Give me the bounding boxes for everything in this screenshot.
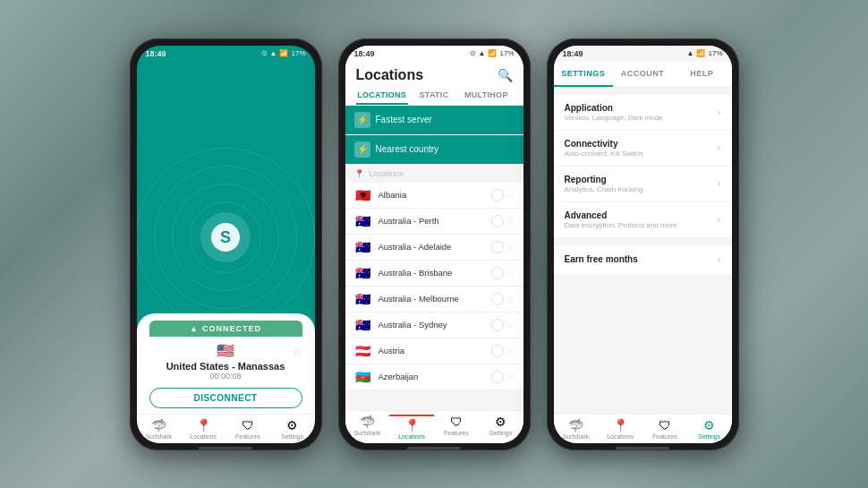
settings-reporting[interactable]: Reporting Analytics, Crash tracking › [554,167,732,202]
earn-months-chevron: › [718,253,721,266]
advanced-sub: Data encryption, Protocol and more [565,221,718,229]
flag-austria: 🇦🇹 [354,345,372,357]
connected-label: CONNECTED [202,324,261,333]
settings-icon-3: ⚙ [703,418,715,432]
au-perth-connect[interactable] [491,215,504,227]
austria-connect[interactable] [491,345,504,357]
reporting-content: Reporting Analytics, Crash tracking [565,175,718,193]
fastest-server-label: Fastest server [376,115,432,124]
au-sydney-connect[interactable] [491,319,504,331]
azerbaijan-name: Azerbaijan [379,372,485,381]
nav-features-1[interactable]: 🛡 Features [226,418,270,440]
location-au-brisbane[interactable]: 🇦🇺 Australia - Brisbane ☆ [345,261,523,287]
surfshark-s: S [220,228,231,247]
tab-static[interactable]: STATIC [408,87,460,105]
au-brisbane-connect[interactable] [491,267,504,279]
connected-panel: ▲ CONNECTED 🇺🇸 ☆ United States - Manassa… [137,313,315,414]
bolt-icon-nearest: ⚡ [354,141,370,158]
nav-surfshark-3[interactable]: 🦈 Surfshark [554,418,599,440]
au-brisbane-star[interactable]: ☆ [507,269,515,278]
flag-au-sydney: 🇦🇺 [354,319,372,331]
search-icon[interactable]: 🔍 [498,68,513,82]
flag-au-adelaide: 🇦🇺 [354,241,372,253]
bolt-icon-fastest: ⚡ [354,112,370,128]
nav-settings-1[interactable]: ⚙ Settings [270,418,315,440]
connectivity-sub: Auto-connect, Kill Switch [565,150,718,158]
icons-2: ⊙ ▲ 📶 17% [470,49,515,57]
features-label-3: Features [652,433,677,440]
nav-locations-3[interactable]: 📍 Locations [598,418,642,440]
location-au-melbourne[interactable]: 🇦🇺 Australia - Melbourne ☆ [345,287,523,312]
advanced-title: Advanced [565,210,718,220]
star-icon[interactable]: ☆ [293,346,302,358]
icons-3: ▲ 📶 17% [687,49,723,57]
au-sydney-name: Australia - Sydney [379,320,485,330]
tab-help[interactable]: HELP [672,62,731,87]
location-au-perth[interactable]: 🇦🇺 Australia - Perth ☆ [345,209,523,235]
settings-nav-label: Settings [281,433,303,440]
settings-advanced[interactable]: Advanced Data encryption, Protocol and m… [554,202,732,238]
nav-surfshark-1[interactable]: 🦈 Surfshark [137,418,182,440]
location-austria[interactable]: 🇦🇹 Austria ☆ [345,338,523,364]
albania-star[interactable]: ☆ [507,191,515,200]
albania-connect[interactable] [491,189,504,201]
section-label: 📍 Locations [345,165,523,183]
phone-settings: 18:49 ▲ 📶 17% SETTINGS ACCOUNT HELP Appl… [547,39,739,450]
nearest-country-item[interactable]: ⚡ Nearest country [345,135,523,164]
au-perth-star[interactable]: ☆ [507,217,515,226]
settings-application[interactable]: Application Version, Language, Dark mode… [554,95,732,131]
au-adelaide-star[interactable]: ☆ [507,243,515,252]
fastest-server-item[interactable]: ⚡ Fastest server [345,106,523,134]
location-au-adelaide[interactable]: 🇦🇺 Australia - Adelaide ☆ [345,235,523,261]
austria-name: Austria [379,346,485,355]
surfshark-label-3: Surfshark [562,433,589,440]
au-melbourne-connect[interactable] [491,293,504,305]
bottom-nav-3: 🦈 Surfshark 📍 Locations 🛡 Features ⚙ Set… [554,414,732,443]
application-chevron: › [718,106,721,118]
nav-settings-2[interactable]: ⚙ Settings [479,415,523,440]
locations-label-3: Locations [607,433,634,440]
disconnect-button[interactable]: DISCONNECT [149,388,302,408]
nav-surfshark-2[interactable]: 🦈 Surfshark [345,415,390,440]
location-albania[interactable]: 🇦🇱 Albania ☆ [345,183,523,209]
earn-months-item[interactable]: Earn free months › [554,245,732,274]
azerbaijan-connect[interactable] [491,371,504,383]
au-brisbane-name: Australia - Brisbane [379,268,485,278]
au-sydney-star[interactable]: ☆ [507,321,515,330]
locations-header: Locations 🔍 LOCATIONS STATIC MULTIHOP [345,62,523,106]
settings-list: Application Version, Language, Dark mode… [554,88,732,414]
icons-1: ⊙ ▲ 📶 17% [261,49,306,57]
location-au-sydney[interactable]: 🇦🇺 Australia - Sydney ☆ [345,312,523,338]
au-adelaide-connect[interactable] [491,241,504,253]
settings-connectivity[interactable]: Connectivity Auto-connect, Kill Switch › [554,131,732,167]
au-melbourne-star[interactable]: ☆ [507,295,515,304]
au-brisbane-actions: ☆ [491,267,515,279]
nav-settings-3[interactable]: ⚙ Settings [687,418,732,440]
location-azerbaijan[interactable]: 🇦🇿 Azerbaijan ☆ [345,364,523,390]
austria-star[interactable]: ☆ [507,347,515,355]
home-indicator-3 [616,447,669,449]
phone-connected: 18:49 ⊙ ▲ 📶 17% S [130,39,322,450]
albania-actions: ☆ [491,189,515,201]
status-bar-2: 18:49 ⊙ ▲ 📶 17% [345,46,523,62]
connectivity-chevron: › [718,141,721,154]
locations-tabs: LOCATIONS STATIC MULTIHOP [356,87,513,105]
application-content: Application Version, Language, Dark mode [565,103,718,122]
nav-features-2[interactable]: 🛡 Features [434,415,479,440]
nav-locations-2[interactable]: 📍 Locations [389,415,434,440]
nav-features-3[interactable]: 🛡 Features [642,418,687,440]
tab-locations[interactable]: LOCATIONS [356,87,408,105]
azerbaijan-star[interactable]: ☆ [507,372,515,381]
us-flag: 🇺🇸 [217,342,234,359]
reporting-chevron: › [718,177,721,190]
status-bar-3: 18:49 ▲ 📶 17% [554,46,732,62]
tab-settings[interactable]: SETTINGS [554,62,613,87]
connection-timer: 00:00:08 [149,372,302,381]
features-icon-2: 🛡 [450,415,463,429]
nav-locations-1[interactable]: 📍 Locations [181,418,226,440]
earn-months-label: Earn free months [565,254,718,264]
flag-albania: 🇦🇱 [354,189,372,201]
tab-account[interactable]: ACCOUNT [613,62,672,87]
tab-multihop[interactable]: MULTIHOP [460,87,512,105]
flag-au-perth: 🇦🇺 [354,215,372,227]
